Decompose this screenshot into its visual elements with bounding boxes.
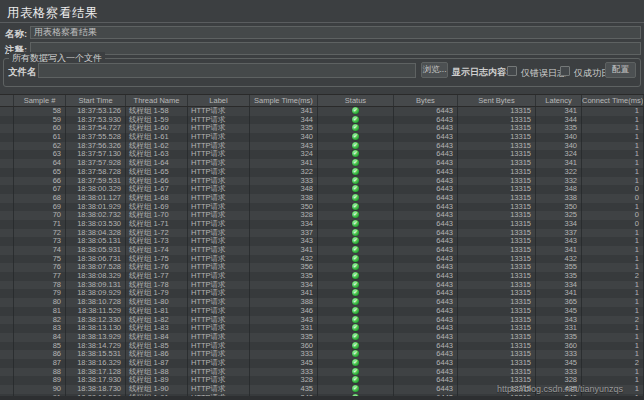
cell: 344	[536, 116, 582, 125]
status-cell	[318, 237, 394, 246]
table-row[interactable]: 6918:38:01.929线程组 1-69HTTP请求350644313315…	[0, 203, 644, 212]
table-row[interactable]: 7718:38:08.329线程组 1-77HTTP请求335644313315…	[0, 272, 644, 281]
table-row[interactable]: 5918:37:53.930线程组 1-59HTTP请求344644313315…	[0, 116, 644, 125]
cell: 343	[536, 316, 582, 325]
cell: 70	[14, 211, 66, 220]
cell: 18:38:04.328	[66, 229, 126, 238]
success-only-checkbox[interactable]	[560, 66, 570, 76]
cell: 343	[250, 316, 318, 325]
table-row[interactable]: 8718:38:16.329线程组 1-87HTTP请求345644313315…	[0, 359, 644, 368]
name-input[interactable]: 用表格察看结果	[30, 26, 641, 39]
table-row[interactable]: 8418:38:13.929线程组 1-84HTTP请求335644313315…	[0, 333, 644, 342]
cell: 6443	[394, 307, 458, 316]
table-body[interactable]: 5818:37:53.126线程组 1-58HTTP请求341644313315…	[0, 107, 644, 396]
table-row[interactable]: 6118:37:55.528线程组 1-61HTTP请求340644313315…	[0, 133, 644, 142]
table-row[interactable]: 8318:38:13.130线程组 1-83HTTP请求331644313315…	[0, 324, 644, 333]
status-cell	[318, 229, 394, 238]
header-gutter	[0, 95, 14, 106]
cell: 18:37:53.126	[66, 107, 126, 116]
table-row[interactable]: 6318:37:57.130线程组 1-63HTTP请求324644313315…	[0, 150, 644, 159]
table-row[interactable]: 7918:38:09.929线程组 1-79HTTP请求341644313315…	[0, 289, 644, 298]
success-icon	[352, 324, 359, 331]
status-cell	[318, 211, 394, 220]
comments-input[interactable]	[30, 42, 641, 55]
cell: 13315	[458, 116, 536, 125]
success-icon	[352, 237, 359, 244]
configure-button[interactable]: 配置	[605, 62, 636, 78]
cell: HTTP请求	[188, 272, 250, 281]
status-cell	[318, 142, 394, 151]
cell: 6443	[394, 203, 458, 212]
table-row[interactable]: 8818:38:17.128线程组 1-88HTTP请求333644313315…	[0, 368, 644, 377]
success-icon	[352, 107, 359, 114]
filename-input[interactable]	[38, 63, 416, 78]
cell: 63	[14, 150, 66, 159]
table-row[interactable]: 6618:37:59.531线程组 1-66HTTP请求333644313315…	[0, 177, 644, 186]
table-row[interactable]: 6818:38:01.127线程组 1-68HTTP请求338644313315…	[0, 194, 644, 203]
cell: 335	[250, 272, 318, 281]
table-row[interactable]: 7318:38:05.131线程组 1-73HTTP请求343644313315…	[0, 237, 644, 246]
cell: 13315	[458, 194, 536, 203]
status-cell	[318, 177, 394, 186]
cell: 328	[250, 211, 318, 220]
cell: HTTP请求	[188, 107, 250, 116]
cell	[0, 194, 14, 203]
cell: 435	[250, 385, 318, 394]
table-row[interactable]: 8218:38:12.330线程组 1-82HTTP请求343644313315…	[0, 316, 644, 325]
cell: 350	[536, 203, 582, 212]
cell: 线程组 1-76	[126, 263, 188, 272]
table-row[interactable]: 7018:38:02.732线程组 1-70HTTP请求328644313315…	[0, 211, 644, 220]
table-row[interactable]: 8018:38:10.728线程组 1-80HTTP请求388644313315…	[0, 298, 644, 307]
table-row[interactable]: 7118:38:03.530线程组 1-71HTTP请求334644313315…	[0, 220, 644, 229]
cell: HTTP请求	[188, 316, 250, 325]
table-row[interactable]: 6018:37:54.727线程组 1-60HTTP请求335644313315…	[0, 124, 644, 133]
cell: 6443	[394, 333, 458, 342]
cell: 6443	[394, 220, 458, 229]
table-row[interactable]: 7218:38:04.328线程组 1-72HTTP请求337644313315…	[0, 229, 644, 238]
success-icon	[352, 376, 359, 383]
table-row[interactable]: 8518:38:14.729线程组 1-85HTTP请求360644313315…	[0, 342, 644, 351]
success-icon	[352, 220, 359, 227]
table-row[interactable]: 7518:38:06.731线程组 1-75HTTP请求432644313315…	[0, 255, 644, 264]
cell: HTTP请求	[188, 333, 250, 342]
cell: 6443	[394, 177, 458, 186]
success-icon	[352, 342, 359, 349]
table-row[interactable]: 6218:37:56.326线程组 1-62HTTP请求343644313315…	[0, 142, 644, 151]
table-row[interactable]: 7818:38:09.131线程组 1-78HTTP请求334644313315…	[0, 281, 644, 290]
cell: 6443	[394, 350, 458, 359]
table-row[interactable]: 5818:37:53.126线程组 1-58HTTP请求341644313315…	[0, 107, 644, 116]
table-row[interactable]: 7418:38:05.931线程组 1-74HTTP请求341644313315…	[0, 246, 644, 255]
cell: HTTP请求	[188, 211, 250, 220]
table-row[interactable]: 8618:38:15.531线程组 1-86HTTP请求333644313315…	[0, 350, 644, 359]
status-cell	[318, 168, 394, 177]
cell: 68	[14, 194, 66, 203]
table-row[interactable]: 6418:37:57.928线程组 1-64HTTP请求341644313315…	[0, 159, 644, 168]
cell: 343	[536, 237, 582, 246]
cell	[0, 333, 14, 342]
cell: 6443	[394, 255, 458, 264]
browse-button[interactable]: 浏览...	[421, 62, 448, 78]
errors-only-checkbox[interactable]	[507, 66, 517, 76]
cell: 84	[14, 333, 66, 342]
cell: 线程组 1-74	[126, 246, 188, 255]
cell	[0, 316, 14, 325]
cell	[0, 246, 14, 255]
cell: 346	[250, 307, 318, 316]
cell: 80	[14, 298, 66, 307]
table-row[interactable]: 8118:38:11.529线程组 1-81HTTP请求346644313315…	[0, 307, 644, 316]
cell: 1	[582, 298, 644, 307]
cell: 341	[536, 107, 582, 116]
cell: 1	[582, 289, 644, 298]
cell: 18:38:05.931	[66, 246, 126, 255]
cell: 333	[250, 177, 318, 186]
table-row[interactable]: 6518:37:58.728线程组 1-65HTTP请求322644313315…	[0, 168, 644, 177]
table-row[interactable]: 6718:38:00.329线程组 1-67HTTP请求348644313315…	[0, 185, 644, 194]
cell: 334	[536, 281, 582, 290]
cell: 2	[582, 316, 644, 325]
cell: 18:37:58.728	[66, 168, 126, 177]
cell: 线程组 1-75	[126, 255, 188, 264]
cell: 1	[582, 159, 644, 168]
cell: 0	[582, 211, 644, 220]
table-row[interactable]: 7618:38:07.528线程组 1-76HTTP请求356644313315…	[0, 263, 644, 272]
success-icon	[352, 368, 359, 375]
